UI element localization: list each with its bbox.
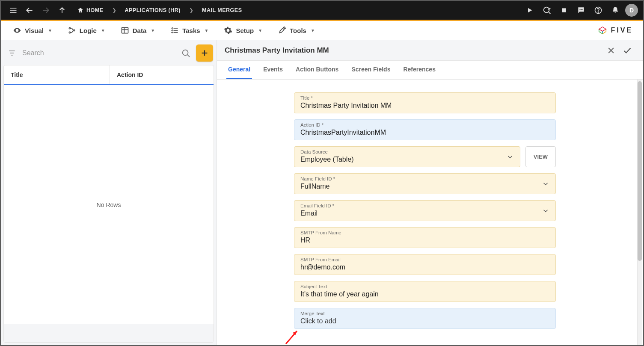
menubar: Visual▼ Logic▼ Data▼ Tasks▼ Setup▼ Tools… <box>1 21 643 40</box>
field-value: Employee (Table) <box>300 154 514 163</box>
field-value: Click to add <box>300 316 549 325</box>
svg-point-16 <box>16 30 18 31</box>
column-action-id[interactable]: Action ID <box>110 65 150 84</box>
search-icon[interactable] <box>178 48 193 58</box>
tabs: General Events Action Buttons Screen Fie… <box>217 61 643 80</box>
field-data-source[interactable]: Data Source Employee (Table) <box>294 146 520 167</box>
field-action-id[interactable]: Action ID * ChristmasPartyInvitationMM <box>294 119 556 140</box>
run-button[interactable] <box>522 3 537 18</box>
scrollbar[interactable] <box>637 80 642 345</box>
logo: FIVE <box>598 26 639 35</box>
branch-icon <box>68 26 76 35</box>
tab-references[interactable]: References <box>401 61 437 79</box>
menu-tools[interactable]: Tools▼ <box>270 23 323 38</box>
field-name-field-id[interactable]: Name Field ID * FullName <box>294 173 556 194</box>
chevron-down-icon <box>542 207 549 215</box>
breadcrumb-label: MAIL MERGES <box>202 7 242 13</box>
right-panel: Christmas Party Invitation MM General Ev… <box>217 40 643 345</box>
field-value: Christmas Party Invitation MM <box>300 101 549 109</box>
field-merge-text[interactable]: Merge Text Click to add <box>294 308 556 329</box>
menu-visual[interactable]: Visual▼ <box>5 23 60 38</box>
breadcrumb-mail-merges[interactable]: MAIL MERGES <box>198 5 246 16</box>
caret-down-icon: ▼ <box>258 28 262 33</box>
chevron-down-icon <box>506 153 514 161</box>
empty-text: No Rows <box>97 201 121 208</box>
field-value: It's that time of year again <box>300 289 549 298</box>
svg-rect-10 <box>562 8 566 12</box>
caret-down-icon: ▼ <box>151 28 155 33</box>
nav-forward-button <box>39 3 53 18</box>
field-label: SMTP From Name <box>300 230 549 235</box>
tools-icon <box>278 26 286 35</box>
detail-header: Christmas Party Invitation MM <box>217 40 643 61</box>
nav-back-button[interactable] <box>22 3 37 18</box>
field-smtp-from-name[interactable]: SMTP From Name HR <box>294 227 556 248</box>
menu-logic[interactable]: Logic▼ <box>60 23 113 38</box>
add-button[interactable] <box>196 44 213 62</box>
chevron-right-icon: ❯ <box>187 7 196 13</box>
svg-line-30 <box>187 55 190 57</box>
field-email-field-id[interactable]: Email Field ID * Email <box>294 200 556 221</box>
caret-down-icon: ▼ <box>311 28 315 33</box>
bell-icon[interactable] <box>608 3 623 18</box>
hamburger-icon[interactable] <box>6 3 21 18</box>
svg-line-8 <box>549 12 550 14</box>
field-label: Email Field ID * <box>300 203 549 208</box>
breadcrumb-home[interactable]: HOME <box>73 4 108 16</box>
tab-events[interactable]: Events <box>261 61 285 79</box>
tab-action-buttons[interactable]: Action Buttons <box>294 61 340 79</box>
svg-point-17 <box>69 27 70 29</box>
save-button[interactable] <box>619 42 635 59</box>
breadcrumb-label: HOME <box>86 7 104 13</box>
form-area: Title * Christmas Party Invitation MM Ac… <box>217 80 643 345</box>
search-input[interactable] <box>21 46 175 60</box>
help-icon[interactable] <box>591 3 605 18</box>
list-empty-placeholder: No Rows <box>4 85 214 324</box>
chat-icon[interactable] <box>574 3 588 18</box>
stop-button[interactable] <box>557 3 571 18</box>
home-icon <box>77 7 84 14</box>
logo-text: FIVE <box>611 27 633 34</box>
menu-setup[interactable]: Setup▼ <box>216 23 270 38</box>
svg-point-18 <box>69 32 70 33</box>
detail-title: Christmas Party Invitation MM <box>225 46 603 55</box>
gear-icon <box>224 26 232 35</box>
svg-point-15 <box>598 12 599 12</box>
caret-down-icon: ▼ <box>48 28 52 33</box>
eye-icon <box>13 26 21 35</box>
field-value: ChristmasPartyInvitationMM <box>300 127 549 136</box>
nav-up-button[interactable] <box>55 3 69 18</box>
filter-icon[interactable] <box>6 49 18 57</box>
svg-point-13 <box>582 9 583 10</box>
field-value: Email <box>300 208 549 217</box>
field-label: Title * <box>300 95 549 101</box>
avatar[interactable]: D <box>625 4 638 17</box>
scrollbar-thumb[interactable] <box>638 81 642 261</box>
caret-down-icon: ▼ <box>101 28 105 33</box>
inspect-icon[interactable] <box>540 3 554 18</box>
column-title[interactable]: Title <box>4 65 110 84</box>
left-panel: Title Action ID No Rows <box>1 40 217 345</box>
breadcrumb-applications[interactable]: APPLICATIONS (HR) <box>121 5 185 16</box>
svg-point-29 <box>183 50 188 56</box>
field-label: SMTP From Email <box>300 257 549 262</box>
menu-data[interactable]: Data▼ <box>113 23 163 38</box>
field-label: Data Source <box>300 149 514 154</box>
breadcrumb-label: APPLICATIONS (HR) <box>125 7 181 13</box>
field-subject-text[interactable]: Subject Text It's that time of year agai… <box>294 281 556 302</box>
view-button[interactable]: VIEW <box>525 146 556 167</box>
field-title[interactable]: Title * Christmas Party Invitation MM <box>294 92 556 113</box>
close-button[interactable] <box>603 42 619 59</box>
menu-label: Data <box>133 27 147 34</box>
svg-point-11 <box>580 9 581 10</box>
field-value: FullName <box>300 181 549 190</box>
tab-general[interactable]: General <box>226 61 252 79</box>
logo-icon <box>598 26 607 35</box>
tab-screen-fields[interactable]: Screen Fields <box>350 61 392 79</box>
field-smtp-from-email[interactable]: SMTP From Email hr@demo.com <box>294 254 556 275</box>
tasks-icon <box>170 26 179 35</box>
svg-point-19 <box>73 30 74 31</box>
field-value: HR <box>300 235 549 244</box>
chevron-down-icon <box>542 180 549 188</box>
menu-tasks[interactable]: Tasks▼ <box>163 23 216 38</box>
